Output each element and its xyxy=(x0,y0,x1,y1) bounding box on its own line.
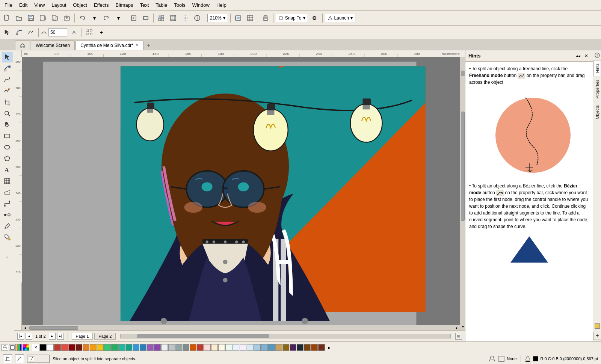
color-gray[interactable] xyxy=(168,344,175,351)
scroll-down-arrow[interactable]: ▾ xyxy=(461,323,465,329)
color-yellow[interactable] xyxy=(97,344,104,351)
side-tab-properties[interactable]: Properties xyxy=(593,76,601,102)
tab-add-button[interactable]: + xyxy=(144,41,153,50)
color-burnt-orange[interactable] xyxy=(190,344,196,351)
export-button[interactable] xyxy=(50,13,60,23)
object-properties-button[interactable]: i xyxy=(192,13,202,23)
guidelines-button[interactable] xyxy=(180,13,190,23)
color-cream[interactable] xyxy=(218,344,225,351)
tab-document-close[interactable]: ✕ xyxy=(136,43,139,47)
menu-help[interactable]: Help xyxy=(213,2,230,9)
zoom-tool[interactable] xyxy=(2,108,12,119)
hints-help-icon[interactable]: ? xyxy=(594,52,601,59)
launch-dropdown[interactable]: Launch ▾ xyxy=(325,14,355,22)
table-view-button[interactable] xyxy=(245,13,255,23)
color-very-dark[interactable] xyxy=(297,344,304,351)
color-deep-purple[interactable] xyxy=(290,344,296,351)
hints-collapse-button[interactable]: ◂◂ xyxy=(575,53,581,59)
color-blue-dark[interactable] xyxy=(140,344,146,351)
blend-tool[interactable] xyxy=(2,210,12,220)
color-light-pink[interactable] xyxy=(204,344,211,351)
add-object-button[interactable]: + xyxy=(2,252,12,262)
color-mint[interactable] xyxy=(225,344,232,351)
color-wheel[interactable] xyxy=(23,344,29,351)
polygon-tool[interactable] xyxy=(2,153,12,164)
ellipse-tool[interactable] xyxy=(2,142,12,153)
menu-layout[interactable]: Layout xyxy=(48,2,69,9)
snap-to-dropdown[interactable]: Snap To ▾ xyxy=(276,14,308,22)
color-white[interactable] xyxy=(47,344,54,351)
color-crimson[interactable] xyxy=(197,344,204,351)
grid-button[interactable] xyxy=(168,13,178,23)
status-snap-button[interactable] xyxy=(3,354,12,363)
hints-close-button[interactable]: ✕ xyxy=(583,53,590,59)
node-tool[interactable] xyxy=(14,27,24,38)
menu-file[interactable]: File xyxy=(2,2,15,9)
redo-button[interactable] xyxy=(101,13,112,23)
color-tan[interactable] xyxy=(275,344,282,351)
zoom-fit-button[interactable]: ⊞ xyxy=(455,333,462,340)
canvas-content[interactable]: Cynthia de Melo Silva ▾ ◂ ▸ xyxy=(22,57,465,330)
settings-button[interactable]: ⚙ xyxy=(310,13,320,23)
side-tab-objects[interactable]: Objects xyxy=(593,102,601,122)
color-chocolate[interactable] xyxy=(304,344,311,351)
tab-welcome[interactable]: Welcome Screen xyxy=(31,40,75,50)
menu-bitmaps[interactable]: Bitmaps xyxy=(112,2,136,9)
scroll-left-arrow[interactable]: ◂ xyxy=(22,326,28,330)
menu-table[interactable]: Table xyxy=(153,2,170,9)
text-tool[interactable]: A xyxy=(2,165,12,175)
save-as-button[interactable] xyxy=(38,13,48,23)
new-button[interactable] xyxy=(2,13,12,23)
color-lavender[interactable] xyxy=(240,344,246,351)
h-scroll-thumb[interactable] xyxy=(137,334,269,338)
h-scroll-track[interactable] xyxy=(120,334,451,338)
color-light-gray[interactable] xyxy=(161,344,168,351)
color-red[interactable] xyxy=(61,344,68,351)
color-cerulean[interactable] xyxy=(268,344,275,351)
node-select-all[interactable] xyxy=(84,27,95,38)
smart-draw-tool[interactable] xyxy=(2,86,12,96)
view-options-button[interactable] xyxy=(156,13,166,23)
connector-tool[interactable] xyxy=(2,198,12,209)
side-add-button[interactable]: + xyxy=(593,332,601,340)
color-teal[interactable] xyxy=(118,344,125,351)
eyedropper-tool[interactable] xyxy=(2,221,12,231)
menu-text[interactable]: Text xyxy=(137,2,152,9)
tab-home[interactable] xyxy=(15,40,30,50)
color-orange[interactable] xyxy=(83,344,89,351)
fit-width-button[interactable] xyxy=(140,13,151,23)
color-teal-dark[interactable] xyxy=(125,344,132,351)
redo-dropdown[interactable]: ▾ xyxy=(113,13,124,23)
menu-window[interactable]: Window xyxy=(189,2,213,9)
page-1-tab[interactable]: Page 1 xyxy=(72,333,93,340)
edit-outline-button[interactable] xyxy=(9,344,16,351)
print-button[interactable] xyxy=(260,13,271,23)
page-nav-first[interactable]: |◂ xyxy=(17,333,24,340)
color-red-dark[interactable] xyxy=(54,344,61,351)
color-light-peach[interactable] xyxy=(211,344,218,351)
freehand-draw-tool[interactable] xyxy=(2,74,12,85)
menu-edit[interactable]: Edit xyxy=(16,2,30,9)
outline-color-swatch[interactable] xyxy=(498,356,504,362)
page-nav-next[interactable]: ▸ xyxy=(49,333,56,340)
menu-effects[interactable]: Effects xyxy=(91,2,112,9)
color-black[interactable] xyxy=(40,344,47,351)
freehand-tool[interactable] xyxy=(26,27,36,38)
color-powder-blue[interactable] xyxy=(247,344,254,351)
side-tab-hints[interactable]: Hints xyxy=(593,60,601,76)
table-tool[interactable] xyxy=(2,176,12,186)
fit-page-button[interactable] xyxy=(128,13,139,23)
import-button[interactable] xyxy=(62,13,72,23)
page-2-tab[interactable]: Page 2 xyxy=(94,333,116,340)
undo-button[interactable] xyxy=(77,13,88,23)
parallel-dimension-tool[interactable] xyxy=(2,187,12,198)
save-button[interactable] xyxy=(26,13,36,23)
color-amber[interactable] xyxy=(90,344,97,351)
node-edit-tool[interactable] xyxy=(2,63,12,74)
color-dark-red[interactable] xyxy=(68,344,75,351)
no-color-swatch[interactable]: ✕ xyxy=(32,344,39,351)
color-cornflower[interactable] xyxy=(261,344,268,351)
tab-document[interactable]: Cynthia de Melo Silva.cdr* ✕ xyxy=(76,40,143,50)
color-purple-dark[interactable] xyxy=(154,344,161,351)
menu-tools[interactable]: Tools xyxy=(171,2,188,9)
